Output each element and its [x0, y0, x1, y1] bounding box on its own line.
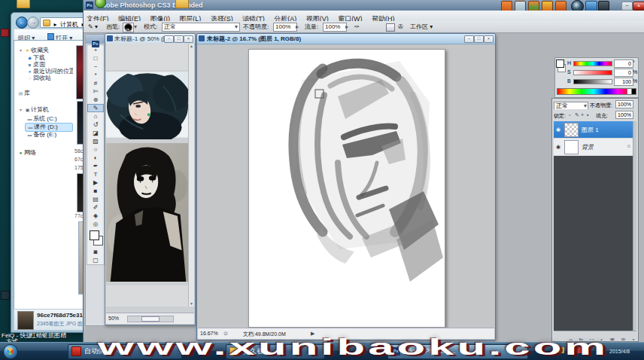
expand-icon[interactable]: ▾	[17, 47, 24, 54]
background-thumbnail[interactable]	[564, 140, 579, 154]
new-layer-icon[interactable]: ⊞	[621, 337, 626, 340]
sidebar-item-recycle-bin[interactable]: ◌回收站	[26, 75, 51, 82]
gradient-tool[interactable]: ▨	[88, 137, 103, 145]
doc-minimize-button[interactable]: –	[464, 35, 474, 43]
back-button[interactable]: ←	[16, 17, 28, 29]
marquee-tool[interactable]: □	[88, 54, 103, 63]
screen-mode-icon[interactable]: ▢	[88, 256, 103, 264]
doc1-horizontal-scrollbar[interactable]	[127, 316, 174, 322]
layer1-name[interactable]: 图层 1	[582, 126, 599, 134]
bridge-icon[interactable]: ✇	[398, 21, 403, 32]
photoshop-titlebar[interactable]: Ps Adobe Photoshop CS3 Extended – ×	[84, 0, 644, 11]
eraser-tool[interactable]: ◪	[88, 129, 103, 137]
reference-photo-feather-portrait[interactable]	[106, 70, 189, 139]
quick-mask-icon[interactable]: ◙	[88, 248, 103, 256]
layer-row-background[interactable]: ◉ 背景 ⌂	[554, 139, 633, 155]
sidebar-item-drive-c[interactable]: ▬系统 (C:)	[26, 115, 57, 123]
doc1-titlebar[interactable]: 未标题-1 @ 50% (图... – □ ×	[105, 34, 195, 44]
flow-arrow-icon[interactable]: ▸	[345, 21, 348, 32]
shape-tool[interactable]: ■	[88, 187, 103, 195]
reference-photo-crow-portrait[interactable]	[106, 139, 189, 285]
visibility-eye-icon[interactable]: ◉	[554, 127, 563, 133]
lock-position-icon[interactable]: +	[581, 112, 584, 117]
brush-tool[interactable]: ✎	[87, 104, 104, 112]
doc1-vertical-scrollbar[interactable]: ▲ ▼	[188, 44, 194, 307]
desktop-icon[interactable]	[1, 291, 10, 300]
healing-brush-tool[interactable]: ⊕	[88, 96, 103, 104]
toolbox-header[interactable]: Ps	[86, 35, 105, 44]
canvas[interactable]	[248, 49, 445, 328]
desktop-icon[interactable]	[1, 29, 9, 37]
brush-dropdown-icon[interactable]: ▾	[134, 21, 137, 32]
history-brush-tool[interactable]: ↺	[88, 121, 103, 129]
expand-icon[interactable]: ▾	[17, 106, 24, 114]
saturation-slider[interactable]	[573, 70, 612, 75]
clone-stamp-tool[interactable]: ⌂	[88, 112, 103, 121]
quick-selection-tool[interactable]: *	[88, 71, 103, 79]
brightness-value[interactable]: 100	[614, 78, 633, 86]
layer-fill-field[interactable]: 100%	[615, 111, 633, 119]
sync-gadget-icon[interactable]	[585, 1, 597, 11]
layer1-thumbnail[interactable]	[564, 123, 579, 137]
taskbar-clock[interactable]: 2015/4/8	[609, 349, 630, 354]
flow-field[interactable]: 100%	[323, 23, 347, 32]
move-tool[interactable]: +	[88, 46, 103, 54]
breadcrumb-computer[interactable]: 计算机	[60, 21, 78, 28]
mail-gadget-icon[interactable]	[598, 1, 609, 11]
sidebar-item-network[interactable]: ●网络	[17, 149, 36, 157]
sidebar-item-libraries[interactable]: ▤库	[17, 90, 30, 97]
doc-maximize-button[interactable]: □	[474, 35, 484, 43]
saturation-value[interactable]: 0	[614, 69, 633, 77]
lock-pixels-icon[interactable]: ✎	[575, 112, 579, 118]
doc-close-button[interactable]: ×	[184, 35, 193, 43]
mode-select[interactable]: 正常▾	[162, 23, 240, 32]
minimize-button[interactable]: –	[621, 2, 633, 11]
airbrush-icon[interactable]: ✑	[354, 21, 360, 32]
desktop-label-red-dragonfly[interactable]: 红蜻蜓抓图精	[30, 331, 66, 340]
color-spectrum-bar[interactable]	[557, 88, 630, 95]
start-button[interactable]	[3, 344, 18, 359]
layer-opacity-field[interactable]: 100%	[615, 100, 633, 108]
background-layer-name[interactable]: 背景	[582, 143, 594, 151]
scrollbar-thumb[interactable]	[141, 316, 159, 322]
layer-row-layer1[interactable]: ◉ 图层 1	[554, 121, 633, 138]
brush-tool-preset-icon[interactable]: ✎ ▾	[88, 21, 98, 32]
hand-tool[interactable]: ◈	[88, 212, 103, 220]
layer-group-icon[interactable]: ▣	[610, 337, 615, 340]
doc-minimize-button[interactable]: –	[164, 35, 174, 43]
crop-tool[interactable]: #	[88, 79, 103, 87]
doc2-titlebar[interactable]: 未标题-2 @ 16.7% (图层 1, RGB/8) – □ ×	[197, 34, 495, 44]
workspace-button[interactable]: 工作区 ▾	[410, 21, 433, 32]
blur-tool[interactable]: ○	[88, 145, 103, 154]
lock-all-icon[interactable]: ▪	[587, 112, 588, 117]
lock-transparency-icon[interactable]: ▫	[569, 112, 570, 117]
slice-tool[interactable]: ✄	[88, 87, 103, 96]
hue-value[interactable]: 0	[614, 59, 633, 68]
sidebar-item-computer[interactable]: ▾▣计算机	[17, 106, 49, 114]
palette-well-icon[interactable]	[386, 23, 395, 32]
pen-tool[interactable]: ✒	[88, 162, 103, 170]
forward-button[interactable]: →	[27, 17, 39, 29]
close-button[interactable]: ×	[633, 2, 644, 11]
desktop-folder-icon[interactable]	[175, 0, 189, 8]
eyedropper-tool[interactable]: ✐	[88, 203, 103, 212]
doc-close-button[interactable]: ×	[484, 35, 494, 43]
delete-layer-icon[interactable]: ×	[632, 337, 635, 340]
spectrum-black-swatch[interactable]	[631, 88, 636, 95]
visibility-eye-icon[interactable]: ◉	[554, 144, 563, 150]
lasso-tool[interactable]: ~	[88, 63, 103, 71]
desktop-folder-icon[interactable]	[17, 0, 30, 8]
brightness-slider[interactable]	[573, 79, 612, 84]
type-tool[interactable]: T	[88, 170, 103, 178]
opacity-arrow-icon[interactable]: ▸	[296, 21, 299, 32]
panel-foreground-swatch[interactable]	[556, 59, 564, 68]
hue-slider[interactable]	[573, 61, 612, 66]
dodge-tool[interactable]: ◐	[88, 154, 103, 162]
zoom-tool[interactable]: ◎	[88, 220, 103, 228]
opacity-field[interactable]: 100%	[273, 23, 297, 32]
notes-tool[interactable]: ▤	[88, 195, 103, 203]
layers-scrollbar[interactable]	[633, 121, 636, 331]
sidebar-item-drive-e[interactable]: ▬备份 (E:)	[26, 131, 56, 139]
foreground-color-swatch[interactable]	[90, 230, 99, 240]
doc-maximize-button[interactable]: □	[174, 35, 184, 43]
